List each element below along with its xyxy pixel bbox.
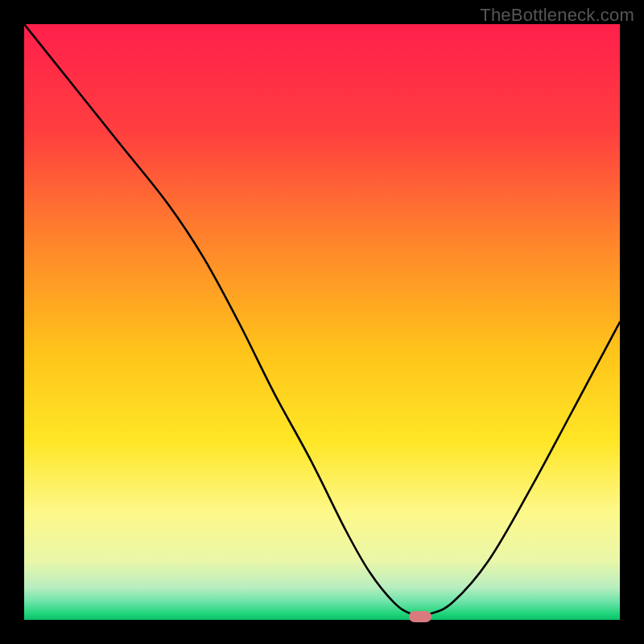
chart-plot-area [24,24,620,620]
chart-curve [24,24,620,620]
watermark-text: TheBottleneck.com [480,5,634,26]
optimal-point-marker [409,611,431,622]
